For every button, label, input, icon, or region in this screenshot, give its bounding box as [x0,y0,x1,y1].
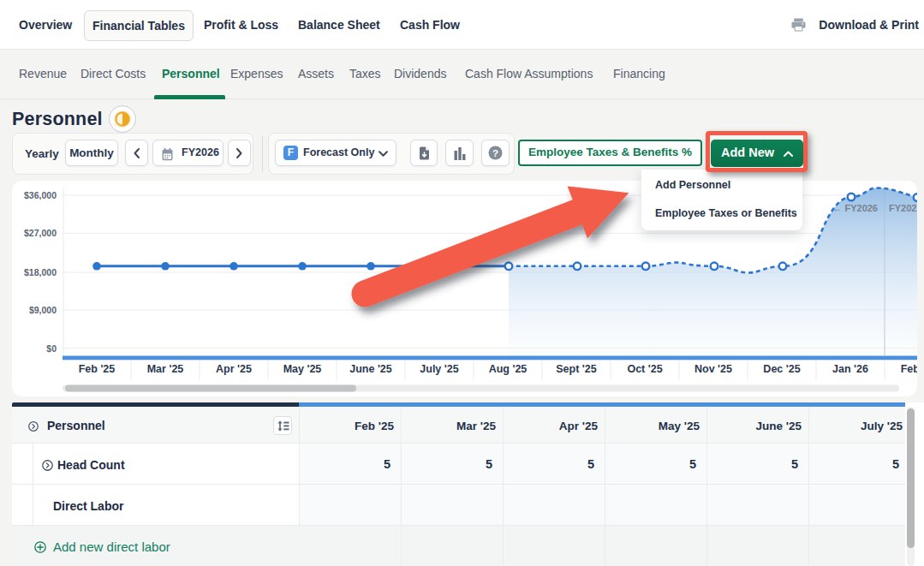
svg-text:← FY2026: ← FY2026 [832,203,878,213]
svg-text:$18,000: $18,000 [24,267,57,277]
svg-text:Dec '25: Dec '25 [763,363,800,375]
svg-text:$0: $0 [46,343,57,354]
svg-text:May '25: May '25 [283,363,322,375]
svg-text:June '25: June '25 [349,363,392,375]
svg-text:$36,000: $36,000 [24,190,57,200]
svg-text:Feb '26: Feb '26 [901,363,917,375]
svg-text:Mar '25: Mar '25 [147,363,184,375]
svg-text:July '25: July '25 [420,363,458,375]
svg-text:Oct '25: Oct '25 [627,363,662,375]
svg-text:Nov '25: Nov '25 [694,363,732,375]
svg-text:Sept '25: Sept '25 [556,363,596,375]
svg-text:$9,000: $9,000 [29,305,57,315]
svg-text:Jan '26: Jan '26 [832,363,868,375]
svg-text:Apr '25: Apr '25 [216,363,252,375]
svg-text:FY2027: FY2027 [889,203,917,213]
svg-text:Aug '25: Aug '25 [489,363,528,375]
svg-text:Feb '25: Feb '25 [79,363,116,375]
svg-text:$27,000: $27,000 [24,228,57,238]
